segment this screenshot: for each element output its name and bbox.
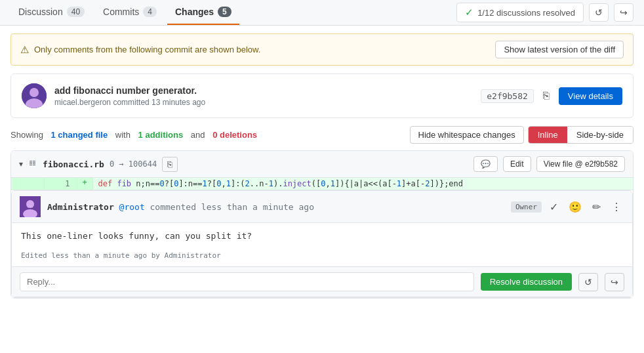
- commit-right: e2f9b582 ⎘ View details: [481, 87, 622, 105]
- commit-title: add fibonacci number generator.: [54, 85, 205, 96]
- smile-button[interactable]: 🙂: [566, 199, 584, 215]
- diff-content: def fib n;n==0?[0]:n==1?[0,1]:(2..n-1).i…: [92, 178, 633, 190]
- commit-sha: e2f9b582: [481, 89, 534, 103]
- tabs-right: ✓ 1/12 discussions resolved ↺ ↪: [456, 3, 634, 22]
- additions-text: 1 additions: [138, 130, 184, 140]
- tab-discussion[interactable]: Discussion 40: [10, 0, 92, 25]
- hide-whitespace-button[interactable]: Hide whitespace changes: [410, 126, 524, 144]
- and-text: and: [191, 130, 205, 140]
- comment-avatar: [20, 196, 41, 217]
- warning-text: Only comments from the following commit …: [34, 45, 260, 54]
- showing-right: Hide whitespace changes Inline Side-by-s…: [410, 126, 634, 144]
- comment-body-text: This one-liner looks funny, can you spli…: [21, 231, 252, 241]
- comment-thread: Administrator @root commented less than …: [11, 190, 633, 297]
- sidebyside-button[interactable]: Side-by-side: [567, 127, 633, 143]
- diff-table: 1 + def fib n;n==0?[0]:n==1?[0,1]:(2..n-…: [11, 178, 633, 298]
- warning-icon: ⚠: [20, 44, 29, 56]
- showing-prefix: Showing: [10, 130, 43, 140]
- showing-middle: with: [115, 130, 131, 140]
- comment-body: This one-liner looks funny, can you spli…: [12, 223, 632, 249]
- forward-discussion-button[interactable]: ↪: [605, 273, 624, 291]
- commit-info: add fibonacci number generator. micael.b…: [54, 85, 205, 107]
- resolved-badge: ✓ 1/12 discussions resolved: [456, 3, 584, 22]
- commit-action-text: committed: [113, 98, 149, 107]
- copy-path-button[interactable]: ⎘: [162, 157, 178, 172]
- tab-changes[interactable]: Changes 5: [167, 0, 239, 25]
- diff-comment-button[interactable]: 💬: [473, 156, 498, 172]
- changed-file-link[interactable]: 1 changed file: [51, 130, 108, 140]
- comment-author-area: Administrator @root commented less than …: [20, 196, 314, 217]
- deletions-text: 0 deletions: [212, 130, 257, 140]
- tab-discussion-label: Discussion: [18, 7, 63, 17]
- comment-author-info: Administrator @root commented less than …: [47, 202, 314, 212]
- showing-left: Showing 1 changed file with 1 additions …: [10, 130, 257, 140]
- warning-bar: ⚠ Only comments from the following commi…: [10, 33, 634, 66]
- diff-gutter: +: [77, 178, 92, 190]
- comment-header-right: Owner ✓ 🙂 ✏ ⋮: [511, 199, 624, 215]
- reply-input[interactable]: [20, 272, 474, 291]
- collapse-icon[interactable]: ▾: [19, 159, 23, 169]
- commit-left: add fibonacci number generator. micael.b…: [22, 83, 205, 108]
- show-latest-button[interactable]: Show latest version of the diff: [495, 41, 624, 58]
- diff-comment-row: Administrator @root commented less than …: [11, 190, 633, 298]
- tab-discussion-badge: 40: [67, 7, 85, 17]
- comment-mention-text: @root: [119, 202, 145, 212]
- diff-line-num: 1: [44, 178, 77, 190]
- warning-left: ⚠ Only comments from the following commi…: [20, 44, 260, 56]
- tab-commits-label: Commits: [103, 7, 139, 17]
- file-icon: [28, 158, 37, 171]
- diff-line-added: 1 + def fib n;n==0?[0]:n==1?[0,1]:(2..n-…: [11, 178, 633, 190]
- filename: fibonacci.rb: [43, 159, 104, 169]
- reply-box: Resolve discussion ↺ ↪: [12, 266, 632, 297]
- comment-edited: Edited less than a minute ago by Adminis…: [12, 249, 632, 266]
- tabs-left: Discussion 40 Commits 4 Changes 5: [10, 0, 239, 25]
- more-options-button[interactable]: ⋮: [609, 199, 624, 215]
- refresh-discussion-button[interactable]: ↺: [578, 273, 598, 291]
- commit-time-value: 13 minutes ago: [151, 98, 205, 107]
- tab-commits-badge: 4: [143, 7, 157, 17]
- comment-action: commented less than a minute ago: [150, 202, 314, 212]
- edit-button[interactable]: Edit: [503, 156, 531, 172]
- resolved-text: 1/12 discussions resolved: [477, 8, 575, 18]
- diff-file-header: ▾ fibonacci.rb 0 → 100644 ⎘ 💬 Edit View …: [11, 151, 633, 178]
- inline-button[interactable]: Inline: [529, 127, 567, 143]
- tabs-bar: Discussion 40 Commits 4 Changes 5 ✓ 1/12…: [0, 0, 644, 26]
- comment-icon: 💬: [481, 159, 491, 169]
- comment-edited-text: Edited less than a minute ago by Adminis…: [21, 251, 221, 260]
- commit-avatar: [22, 83, 47, 108]
- file-left: ▾ fibonacci.rb 0 → 100644 ⎘: [19, 157, 178, 172]
- view-toggle-group: Inline Side-by-side: [528, 126, 634, 144]
- view-file-button[interactable]: View file @ e2f9b582: [536, 156, 625, 172]
- file-range: 0 → 100644: [110, 159, 157, 169]
- tab-changes-label: Changes: [175, 7, 214, 17]
- edit-comment-button[interactable]: ✏: [590, 199, 603, 215]
- comment-header: Administrator @root commented less than …: [12, 191, 632, 223]
- refresh-button[interactable]: ↺: [589, 3, 609, 22]
- comment-author-name: Administrator @root commented less than …: [47, 202, 314, 212]
- commit-meta: micael.bergeron committed 13 minutes ago: [54, 98, 205, 107]
- diff-line-num-empty: [11, 178, 44, 190]
- tab-commits[interactable]: Commits 4: [95, 0, 165, 25]
- tab-changes-badge: 5: [218, 7, 231, 17]
- check-comment-button[interactable]: ✓: [547, 199, 561, 215]
- resolved-check-icon: ✓: [465, 7, 473, 18]
- svg-point-1: [30, 88, 39, 97]
- showing-bar: Showing 1 changed file with 1 additions …: [10, 126, 634, 144]
- diff-file: ▾ fibonacci.rb 0 → 100644 ⎘ 💬 Edit View …: [10, 150, 634, 299]
- author-name-text: Administrator: [47, 202, 114, 212]
- resolve-discussion-button[interactable]: Resolve discussion: [481, 273, 572, 291]
- file-right: 💬 Edit View file @ e2f9b582: [473, 156, 625, 172]
- comment-button[interactable]: ↪: [614, 3, 634, 22]
- copy-sha-button[interactable]: ⎘: [540, 89, 552, 103]
- commit-card: add fibonacci number generator. micael.b…: [10, 73, 634, 118]
- view-details-button[interactable]: View details: [559, 87, 622, 105]
- commit-author: micael.bergeron: [54, 98, 111, 107]
- diff-comment-container: Administrator @root commented less than …: [11, 190, 633, 298]
- owner-badge: Owner: [511, 201, 542, 213]
